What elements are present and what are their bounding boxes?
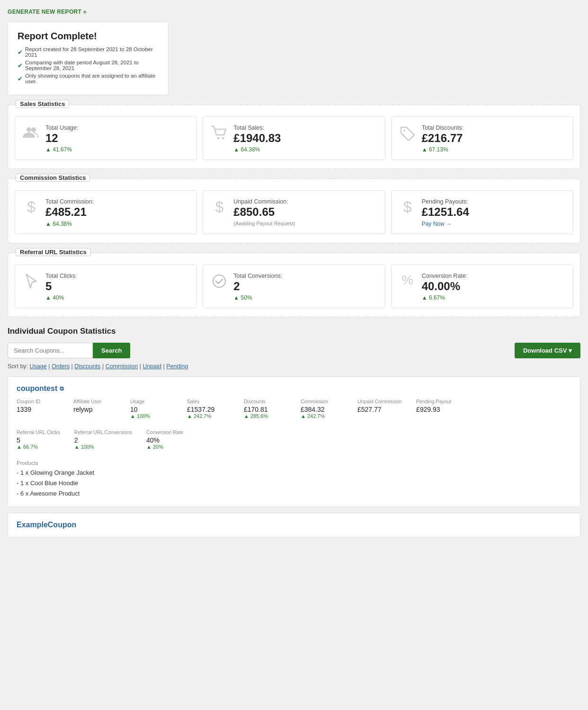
sort-by-label: Sort by: bbox=[8, 363, 28, 370]
total-discounts-card: Total Discounts: £216.77 67.13% bbox=[391, 116, 573, 160]
commission-change: ▲ 242.7% bbox=[301, 413, 343, 419]
referral-statistics-section: Referral URL Statistics Total Clicks: 5 … bbox=[8, 253, 580, 317]
total-commission-value: £485.21 bbox=[45, 206, 94, 218]
sales-statistics-title: Sales Statistics bbox=[16, 100, 69, 108]
total-usage-label: Total Usage: bbox=[45, 124, 78, 131]
total-conversions-value: 2 bbox=[233, 280, 282, 293]
affiliate-user-value: relywp bbox=[73, 406, 116, 413]
individual-coupon-title: Individual Coupon Statistics bbox=[8, 327, 580, 336]
report-line-3: ✔ Only showing coupons that are assigned… bbox=[18, 73, 159, 84]
usage-label: Usage bbox=[130, 399, 173, 404]
referral-stats-grid: Total Clicks: 5 40% Total Conversions: 2 bbox=[15, 265, 573, 308]
sort-orders-link[interactable]: Orders bbox=[52, 363, 70, 370]
products-list: - 1 x Glowing Orange Jacket - 1 x Cool B… bbox=[17, 468, 571, 499]
report-line-2: ✔ Comparing with date period August 28, … bbox=[18, 60, 159, 71]
coupon-id-value: 1339 bbox=[17, 406, 59, 413]
svg-point-2 bbox=[217, 137, 220, 140]
svg-point-1 bbox=[31, 127, 36, 132]
unpaid-commission-card: $ Unpaid Commission: £850.65 (Awaiting P… bbox=[203, 190, 385, 234]
total-discounts-label: Total Discounts: bbox=[422, 124, 463, 131]
coupon-meta-row-1: Coupon ID 1339 Affiliate User relywp Usa… bbox=[17, 399, 571, 423]
product-item-1: - 1 x Glowing Orange Jacket bbox=[17, 468, 571, 478]
conversion-rate-col: Conversion Rate 40% ▲ 20% bbox=[146, 429, 189, 450]
products-section: Products - 1 x Glowing Orange Jacket - 1… bbox=[17, 460, 571, 499]
referral-statistics-title: Referral URL Statistics bbox=[16, 248, 91, 256]
conversion-rate-value: 40.00% bbox=[422, 280, 468, 293]
product-item-2: - 1 x Cool Blue Hoodie bbox=[17, 478, 571, 488]
search-button[interactable]: Search bbox=[93, 343, 130, 358]
pending-payouts-value: £1251.64 bbox=[422, 206, 469, 218]
referral-conversions-change: ▲ 100% bbox=[74, 444, 132, 450]
discounts-label: Discounts bbox=[244, 399, 286, 404]
dollar-icon-3: $ bbox=[399, 199, 416, 214]
conversion-rate-change: 6.67% bbox=[422, 294, 468, 301]
products-label: Products bbox=[17, 460, 571, 466]
total-commission-card: $ Total Commission: £485.21 64.38% bbox=[15, 190, 197, 234]
total-clicks-label: Total Clicks: bbox=[45, 273, 77, 279]
pay-now-link[interactable]: Pay Now → bbox=[422, 221, 452, 227]
sales-statistics-section: Sales Statistics Total Usage: 12 41.67% bbox=[8, 105, 580, 169]
total-sales-label: Total Sales: bbox=[233, 124, 281, 131]
generate-report-link[interactable]: GENERATE NEW REPORT » bbox=[8, 9, 87, 15]
pending-payouts-label: Pending Payouts: bbox=[422, 198, 469, 205]
pending-payout-col: Pending Payout £929.93 bbox=[416, 399, 459, 419]
conversion-rate-col-value: 40% bbox=[146, 436, 189, 444]
svg-point-0 bbox=[27, 127, 31, 132]
unpaid-commission-note: (Awaiting Payout Request) bbox=[233, 221, 295, 226]
sales-label: Sales bbox=[187, 399, 230, 404]
unpaid-commission-col: Unpaid Commission £527.77 bbox=[357, 399, 402, 419]
coupon-name-coupontest: coupontest ⧉ bbox=[17, 384, 571, 393]
coupon-url-row: Referral URL Clicks 5 ▲ 66.7% Referral U… bbox=[17, 429, 571, 453]
unpaid-commission-col-value: £527.77 bbox=[357, 406, 402, 413]
total-discounts-value: £216.77 bbox=[422, 132, 463, 144]
dollar-icon-1: $ bbox=[23, 199, 40, 214]
sort-pending-link[interactable]: Pending bbox=[166, 363, 188, 370]
sort-commission-link[interactable]: Commission bbox=[105, 363, 138, 370]
report-complete-title: Report Complete! bbox=[18, 31, 159, 42]
coupon-id-label: Coupon ID bbox=[17, 399, 59, 404]
sort-discounts-link[interactable]: Discounts bbox=[74, 363, 100, 370]
affiliate-user-label: Affiliate User bbox=[73, 399, 116, 404]
total-clicks-change: 40% bbox=[45, 294, 77, 301]
total-commission-label: Total Commission: bbox=[45, 198, 94, 205]
total-conversions-change: 50% bbox=[233, 294, 282, 301]
sales-change: ▲ 242.7% bbox=[187, 413, 230, 419]
download-csv-button[interactable]: Download CSV ▾ bbox=[515, 343, 580, 358]
discounts-col: Discounts £170.81 ▲ 285.6% bbox=[244, 399, 286, 419]
coupon-name-link[interactable]: coupontest bbox=[17, 384, 57, 393]
referral-conversions-value: 2 bbox=[74, 436, 132, 444]
discounts-value: £170.81 bbox=[244, 406, 286, 413]
total-sales-change: 64.38% bbox=[233, 146, 281, 153]
commission-col: Commission £384.32 ▲ 242.7% bbox=[301, 399, 343, 419]
commission-value: £384.32 bbox=[301, 406, 343, 413]
total-usage-value: 12 bbox=[45, 132, 78, 144]
pending-payout-col-value: £929.93 bbox=[416, 406, 459, 413]
pending-payout-col-label: Pending Payout bbox=[416, 399, 459, 404]
svg-point-4 bbox=[403, 130, 405, 132]
check-icon-2: ✔ bbox=[18, 62, 23, 69]
sales-stats-grid: Total Usage: 12 41.67% Total Sales: £1 bbox=[15, 116, 573, 160]
sort-usage-link[interactable]: Usage bbox=[30, 363, 47, 370]
total-sales-card: Total Sales: £1940.83 64.38% bbox=[203, 116, 385, 160]
referral-clicks-change: ▲ 66.7% bbox=[17, 444, 60, 450]
cart-icon bbox=[211, 125, 228, 143]
sales-value: £1537.29 bbox=[187, 406, 230, 413]
referral-clicks-label: Referral URL Clicks bbox=[17, 429, 60, 435]
cursor-icon bbox=[23, 274, 40, 291]
usage-change: ▲ 100% bbox=[130, 413, 173, 419]
referral-clicks-col: Referral URL Clicks 5 ▲ 66.7% bbox=[17, 429, 60, 450]
check-icon-3: ✔ bbox=[18, 75, 23, 82]
search-input[interactable] bbox=[8, 343, 93, 358]
external-link-icon: ⧉ bbox=[60, 385, 64, 392]
sales-col: Sales £1537.29 ▲ 242.7% bbox=[187, 399, 230, 419]
referral-clicks-value: 5 bbox=[17, 436, 60, 444]
sort-unpaid-link[interactable]: Unpaid bbox=[143, 363, 161, 370]
checkmark-circle-icon bbox=[211, 274, 228, 291]
total-sales-value: £1940.83 bbox=[233, 132, 281, 144]
pending-payouts-card: $ Pending Payouts: £1251.64 Pay Now → bbox=[391, 190, 573, 234]
commission-label: Commission bbox=[301, 399, 343, 404]
commission-statistics-section: Commission Statistics $ Total Commission… bbox=[8, 178, 580, 243]
check-icon-1: ✔ bbox=[18, 49, 23, 56]
total-conversions-card: Total Conversions: 2 50% bbox=[203, 265, 385, 308]
conversion-rate-col-change: ▲ 20% bbox=[146, 444, 189, 450]
